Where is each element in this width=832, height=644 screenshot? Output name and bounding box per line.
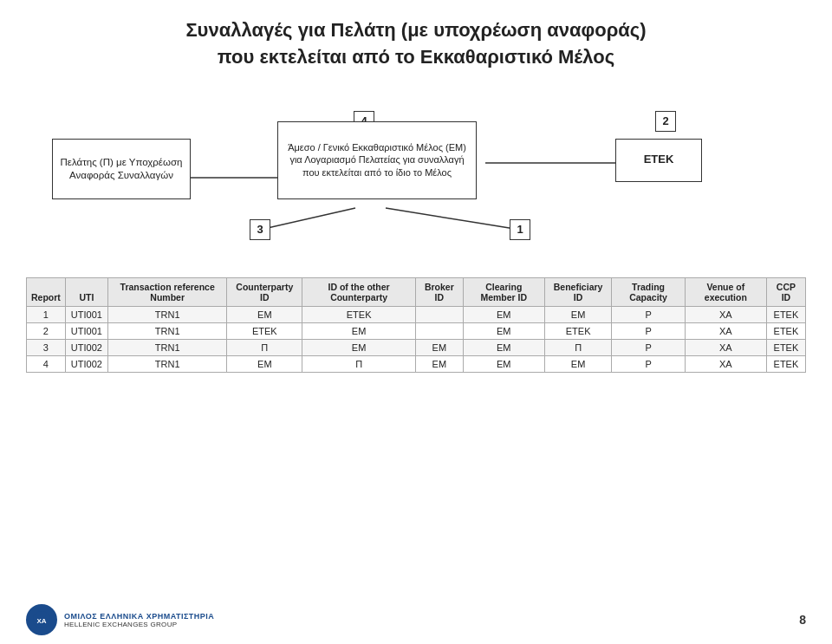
col-broker-id: Broker ID <box>416 277 464 306</box>
table-cell: ΕΤΕΚ <box>766 339 805 355</box>
col-uti: UTI <box>65 277 107 306</box>
table-cell: 2 <box>27 322 66 339</box>
svg-line-3 <box>386 208 520 230</box>
col-id-other-counterparty: ID of the other Counterparty <box>302 277 416 306</box>
table-cell: Π <box>544 339 611 355</box>
table-cell: ΕΜ <box>463 339 544 355</box>
table-cell: ΕΤΕΚ <box>302 306 416 322</box>
footer-logo-text: ΟΜΙΛΟΣ ΕΛΛΗΝΙΚΑ ΧΡΗΜΑΤΙΣΤΗΡΙΑ HELLENIC E… <box>64 612 214 628</box>
table-cell: 3 <box>27 339 66 355</box>
col-report: Report <box>27 277 66 306</box>
table-cell: ΧΑ <box>685 355 766 372</box>
box-pelatis: Πελάτης (Π) με Υποχρέωση Αναφοράς Συναλλ… <box>52 139 191 199</box>
table-cell: Ρ <box>612 306 686 322</box>
table-cell: ΕΤΕΚ <box>544 322 611 339</box>
col-transaction-reference: Transaction reference Number <box>107 277 227 306</box>
table-cell: ΕΤΕΚ <box>766 306 805 322</box>
table-cell: ΕΜ <box>416 339 464 355</box>
table-cell: ΕΜ <box>544 355 611 372</box>
table-cell: UTI001 <box>65 306 107 322</box>
table-cell: ΕΜ <box>463 322 544 339</box>
col-venue-of-execution: Venue of execution <box>685 277 766 306</box>
col-counterparty-id: Counterparty ID <box>227 277 302 306</box>
table-cell: ΧΑ <box>685 306 766 322</box>
col-trading-capacity: Trading Capacity <box>612 277 686 306</box>
table-cell: ΕΤΕΚ <box>766 355 805 372</box>
logo-line2: HELLENIC EXCHANGES GROUP <box>64 621 214 628</box>
table-cell: TRN1 <box>107 355 227 372</box>
table-cell: TRN1 <box>107 322 227 339</box>
table-cell: UTI002 <box>65 355 107 372</box>
logo-icon: ΧΑ <box>26 604 57 635</box>
table-cell: Π <box>302 355 416 372</box>
svg-line-2 <box>260 208 355 230</box>
footer: ΧΑ ΟΜΙΛΟΣ ΕΛΛΗΝΙΚΑ ΧΡΗΜΑΤΙΣΤΗΡΙΑ HELLENI… <box>0 604 832 635</box>
diagram: 4 2 3 1 Πελάτης (Π) με Υποχρέωση Αναφορά… <box>26 95 806 269</box>
table-row: 1UTI001TRN1ΕΜΕΤΕΚΕΜΕΜΡΧΑΕΤΕΚ <box>27 306 806 322</box>
table-cell: TRN1 <box>107 306 227 322</box>
badge-1: 1 <box>510 219 530 240</box>
table-cell: ΕΤΕΚ <box>766 322 805 339</box>
table-cell: ΧΑ <box>685 322 766 339</box>
logo-svg: ΧΑ <box>31 609 52 630</box>
table-cell: UTI001 <box>65 322 107 339</box>
table-cell: ΕΜ <box>302 322 416 339</box>
col-ccp-id: CCP ID <box>766 277 805 306</box>
footer-logo: ΧΑ ΟΜΙΛΟΣ ΕΛΛΗΝΙΚΑ ΧΡΗΜΑΤΙΣΤΗΡΙΑ HELLENI… <box>26 604 214 635</box>
data-table: Report UTI Transaction reference Number … <box>26 277 806 373</box>
table-cell: ΕΜ <box>227 306 302 322</box>
logo-line1: ΟΜΙΛΟΣ ΕΛΛΗΝΙΚΑ ΧΡΗΜΑΤΙΣΤΗΡΙΑ <box>64 612 214 621</box>
table-cell: TRN1 <box>107 339 227 355</box>
table-cell: 1 <box>27 306 66 322</box>
table-cell: ΧΑ <box>685 339 766 355</box>
svg-text:ΧΑ: ΧΑ <box>36 617 46 625</box>
table-cell: Π <box>227 339 302 355</box>
table-container: Report UTI Transaction reference Number … <box>26 277 806 373</box>
table-cell: Ρ <box>612 339 686 355</box>
col-beneficiary-id: Beneficiary ID <box>544 277 611 306</box>
box-etek: ΕΤΕΚ <box>615 139 702 182</box>
table-cell: ΕΜ <box>463 355 544 372</box>
title-section: Συναλλαγές για Πελάτη (με υποχρέωση αναφ… <box>26 17 806 71</box>
table-body: 1UTI001TRN1ΕΜΕΤΕΚΕΜΕΜΡΧΑΕΤΕΚ2UTI001TRN1Ε… <box>27 306 806 372</box>
table-cell: Ρ <box>612 355 686 372</box>
table-cell <box>416 322 464 339</box>
page-number: 8 <box>799 613 806 627</box>
table-cell: ΕΜ <box>463 306 544 322</box>
table-row: 4UTI002TRN1ΕΜΠΕΜΕΜΕΜΡΧΑΕΤΕΚ <box>27 355 806 372</box>
table-header-row: Report UTI Transaction reference Number … <box>27 277 806 306</box>
table-cell: 4 <box>27 355 66 372</box>
page: Συναλλαγές για Πελάτη (με υποχρέωση αναφ… <box>0 0 832 644</box>
table-cell: Ρ <box>612 322 686 339</box>
table-row: 2UTI001TRN1ΕΤΕΚΕΜΕΜΕΤΕΚΡΧΑΕΤΕΚ <box>27 322 806 339</box>
col-clearing-member-id: Clearing Member ID <box>463 277 544 306</box>
page-title: Συναλλαγές για Πελάτη (με υποχρέωση αναφ… <box>26 17 806 71</box>
table-cell: ΕΜ <box>544 306 611 322</box>
badge-2: 2 <box>655 111 676 132</box>
badge-3: 3 <box>250 219 270 240</box>
table-cell: ΕΜ <box>227 355 302 372</box>
table-row: 3UTI002TRN1ΠΕΜΕΜΕΜΠΡΧΑΕΤΕΚ <box>27 339 806 355</box>
table-cell: ΕΜ <box>302 339 416 355</box>
table-cell: ΕΤΕΚ <box>227 322 302 339</box>
table-cell: UTI002 <box>65 339 107 355</box>
box-em: Άμεσο / Γενικό Εκκαθαριστικό Μέλος (ΕΜ) … <box>277 121 477 199</box>
table-cell: ΕΜ <box>416 355 464 372</box>
table-cell <box>416 306 464 322</box>
